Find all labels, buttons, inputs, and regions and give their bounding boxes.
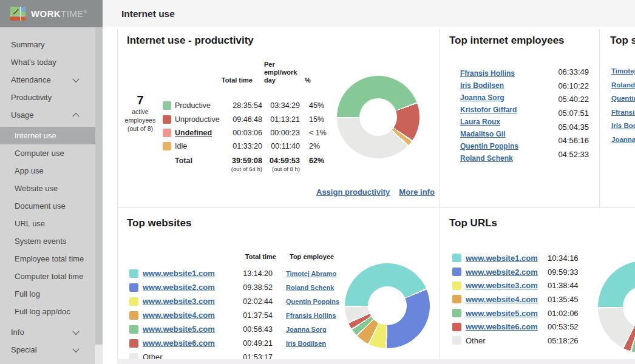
column-header-total-time: Total time xyxy=(203,76,253,84)
sidebar-item-computer-total-time[interactable]: Computer total time xyxy=(0,268,95,285)
website-link[interactable]: www.website2.com xyxy=(143,283,234,292)
employee-link[interactable]: Quentin Poppins xyxy=(460,142,518,150)
per-empl-value: 01:13:21 xyxy=(262,115,300,124)
percent-value: < 1% xyxy=(300,129,327,137)
legend-swatch xyxy=(452,254,461,262)
list-item: Quentin Poppins xyxy=(460,140,518,152)
employee-link[interactable]: Joanna xyxy=(611,136,635,143)
website-link[interactable]: www.website6.com xyxy=(143,339,234,348)
sidebar-item-app-use[interactable]: App use xyxy=(0,162,95,180)
chevron-down-icon xyxy=(72,75,79,82)
employee-link[interactable]: Roland Schenk xyxy=(460,154,513,163)
total-time-value: 02:02:44 xyxy=(234,297,273,306)
sidebar-item-full-log-app-doc[interactable]: Full log app/doc xyxy=(0,303,95,320)
sidebar-item-document-use[interactable]: Document use xyxy=(0,197,95,215)
column-header-percent: % xyxy=(305,76,311,84)
url-link[interactable]: www.website1.com xyxy=(466,254,548,263)
employee-link[interactable]: Joanna Sorg xyxy=(460,93,504,102)
sidebar-item-website-use[interactable]: Website use xyxy=(0,180,95,197)
undefined-link[interactable]: Undefined xyxy=(175,129,225,137)
per-empl-value: 00:00:23 xyxy=(262,129,300,137)
other-label: Other xyxy=(466,336,548,345)
total-time-value: 09:46:48 xyxy=(225,115,262,124)
url-link[interactable]: www.website3.com xyxy=(466,281,548,290)
more-info-link[interactable]: More info xyxy=(399,187,435,197)
total-time-value: 01:38:44 xyxy=(548,281,579,290)
chevron-down-icon xyxy=(72,345,79,352)
url-link[interactable]: www.website4.com xyxy=(466,295,548,304)
sidebar-item-productivity[interactable]: Productivity xyxy=(0,89,95,106)
legend-swatch xyxy=(129,283,138,292)
top-employee-link[interactable]: Quentin Poppins xyxy=(286,298,339,305)
top-employee-link[interactable]: Iris Bodilsen xyxy=(286,340,326,347)
top-websites-title: Top websites xyxy=(127,217,191,229)
website-link[interactable]: www.website4.com xyxy=(143,311,234,320)
horizontal-scrollbar[interactable] xyxy=(117,359,635,364)
active-employees-block: 7 active employees (out of 8) xyxy=(120,93,161,133)
top-employee-link[interactable]: Ffransis Hollins xyxy=(286,312,336,319)
sidebar-item-internet-use[interactable]: Internet use xyxy=(0,127,95,144)
list-item: Laura Roux xyxy=(460,116,518,128)
usage-time: 05:07:51 xyxy=(534,107,589,121)
legend-swatch xyxy=(452,268,461,276)
top-employee-link[interactable]: Roland Schenk xyxy=(286,284,334,291)
content-area: Internet use - productivity Total time P… xyxy=(103,27,635,364)
sidebar-item-what-s-today[interactable]: What's today xyxy=(0,53,95,71)
sidebar-scrollbar-thumb[interactable] xyxy=(95,27,103,345)
employee-link[interactable]: Laura Roux xyxy=(460,118,500,126)
sidebar-item-label: Attendance xyxy=(11,75,51,84)
employee-link[interactable]: Ffransis xyxy=(611,109,635,116)
url-link[interactable]: www.website6.com xyxy=(466,322,548,331)
productivity-total-row: Total39:59:08(out of 64 h)04:59:53(out o… xyxy=(163,157,327,172)
table-row: www.website1.com10:34:16 xyxy=(452,251,579,265)
employee-link[interactable]: Roland S xyxy=(611,81,635,89)
sidebar-item-usage[interactable]: Usage xyxy=(0,106,95,124)
employee-link[interactable]: Iris Bodilsen xyxy=(460,81,504,90)
sidebar-item-attendance[interactable]: Attendance xyxy=(0,71,95,89)
sidebar-item-employee-total-time[interactable]: Employee total time xyxy=(0,250,95,268)
employee-link[interactable]: Iris Bod xyxy=(611,122,635,129)
productivity-row: Unproductive09:46:4801:13:2115% xyxy=(163,112,327,126)
total-time-value: 00:53:52 xyxy=(548,322,579,331)
sidebar-item-special[interactable]: Special xyxy=(0,341,95,359)
top-employee-link[interactable]: Joanna Sorg xyxy=(286,326,327,333)
top-urls-table: www.website1.com10:34:16www.website2.com… xyxy=(452,251,579,348)
panel-top-websites: Top websites Total time Top employee www… xyxy=(103,207,440,364)
sidebar-item-label: Productivity xyxy=(11,93,52,102)
employee-link[interactable]: Timotej xyxy=(611,67,635,75)
url-link[interactable]: www.website5.com xyxy=(466,309,548,318)
legend-swatch xyxy=(129,297,138,306)
productivity-label: Unproductive xyxy=(175,115,225,124)
table-row: www.website5.com01:02:06 xyxy=(452,306,579,320)
sidebar-item-full-log[interactable]: Full log xyxy=(0,285,95,303)
sidebar-item-url-use[interactable]: URL use xyxy=(0,215,95,232)
employee-link[interactable]: Kristofor Giffard xyxy=(460,106,517,114)
assign-productivity-link[interactable]: Assign productivity xyxy=(316,187,390,197)
sidebar-item-info[interactable]: Info xyxy=(0,323,95,341)
employee-link[interactable]: Quentin xyxy=(611,95,635,102)
total-time-value: 05:18:26 xyxy=(548,336,579,345)
table-row: www.website3.com01:38:44 xyxy=(452,278,579,292)
employee-link[interactable]: Madalitso Gil xyxy=(460,130,506,138)
employee-link[interactable]: Ffransis Hollins xyxy=(460,69,515,78)
total-time-value: 00:49:21 xyxy=(234,339,273,348)
website-link[interactable]: www.website3.com xyxy=(143,297,234,306)
sidebar-item-label: Special xyxy=(11,345,37,354)
column-header-websites-total-time: Total time xyxy=(236,253,276,261)
total-time-value: 09:38:52 xyxy=(234,283,273,292)
top-employee-link[interactable]: Timotej Abramo xyxy=(286,270,336,277)
total-time-value: 00:56:43 xyxy=(234,325,273,334)
legend-swatch xyxy=(452,323,461,331)
sidebar-item-label: Website use xyxy=(15,184,58,193)
sidebar-item-summary[interactable]: Summary xyxy=(0,36,95,53)
sidebar-item-computer-use[interactable]: Computer use xyxy=(0,144,95,162)
sidebar-item-label: System events xyxy=(15,237,66,246)
legend-swatch xyxy=(163,115,171,124)
website-link[interactable]: www.website1.com xyxy=(143,269,234,278)
legend-swatch xyxy=(163,101,171,110)
url-link[interactable]: www.website2.com xyxy=(466,268,548,277)
total-time-note: (out of 64 h) xyxy=(225,166,262,172)
sidebar-item-system-events[interactable]: System events xyxy=(0,232,95,250)
website-link[interactable]: www.website5.com xyxy=(143,325,234,334)
table-row: www.website1.com13:14:20Timotej Abramo xyxy=(129,266,339,280)
